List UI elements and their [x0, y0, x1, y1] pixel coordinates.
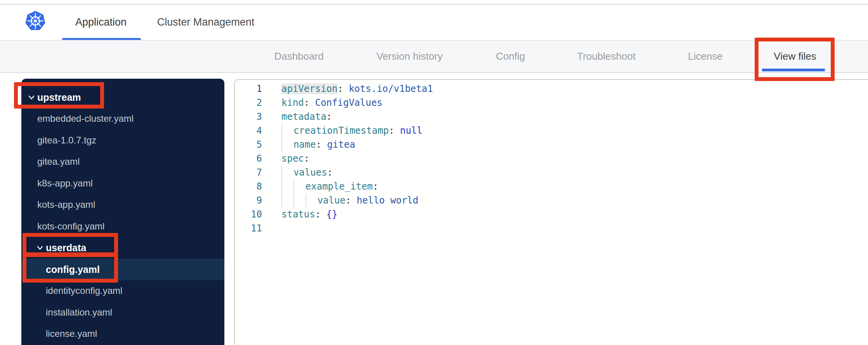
code-token: apiVersion — [281, 83, 338, 94]
tree-file-identityconfig-yaml[interactable]: identityconfig.yaml — [21, 280, 224, 302]
line-number: 3 — [235, 110, 262, 124]
code-line-text — [262, 221, 281, 235]
line-number: 10 — [235, 207, 262, 221]
indent-guide — [281, 138, 293, 152]
line-number: 9 — [235, 193, 262, 207]
tree-item-label: gitea-1.0.7.tgz — [37, 135, 96, 146]
code-token: example_item — [306, 181, 373, 192]
annotation-box-config-yaml — [23, 253, 118, 283]
code-token: {} — [326, 209, 338, 220]
code-line-text: spec: — [262, 152, 309, 166]
code-token: spec — [281, 153, 304, 164]
code-token: gitea — [327, 139, 355, 150]
code-token: status — [281, 209, 315, 220]
tree-item-label: license.yaml — [46, 328, 97, 339]
code-line[interactable]: 5name: gitea — [235, 138, 868, 152]
line-number: 6 — [235, 152, 262, 166]
code-line[interactable]: 3metadata: — [235, 110, 868, 124]
tree-file-k8s-app-yaml[interactable]: k8s-app.yaml — [21, 172, 224, 194]
code-token: : — [345, 195, 357, 206]
tree-file-installation-yaml[interactable]: installation.yaml — [21, 302, 224, 323]
code-line-text: apiVersion: kots.io/v1beta1 — [262, 82, 433, 96]
annotation-box-userdata — [23, 233, 118, 256]
indent-guide — [281, 193, 293, 207]
tree-item-label: k8s-app.yaml — [37, 178, 93, 189]
indent-guide — [281, 166, 293, 179]
code-token: : — [304, 153, 309, 164]
header-tab-cluster-management[interactable]: Cluster Management — [149, 5, 262, 40]
code-token: : — [373, 181, 378, 192]
annotation-box-view-files — [755, 38, 835, 81]
code-token: value — [318, 195, 345, 206]
code-line[interactable]: 10status: {} — [235, 207, 868, 221]
tab-dashboard[interactable]: Dashboard — [256, 41, 342, 72]
code-token: : — [316, 139, 327, 150]
tab-license[interactable]: License — [665, 41, 746, 72]
indent-guide — [281, 124, 293, 138]
code-line[interactable]: 8example_item: — [235, 179, 868, 193]
tab-config[interactable]: Config — [472, 41, 549, 72]
line-number: 5 — [235, 138, 262, 152]
code-line[interactable]: 4creationTimestamp: null — [235, 124, 868, 138]
code-token: creationTimestamp — [293, 125, 389, 136]
code-line[interactable]: 7values: — [235, 166, 868, 179]
indent-guide — [281, 179, 293, 193]
code-token: metadata — [281, 111, 326, 122]
annotation-box-upstream — [14, 82, 104, 109]
code-line-text: kind: ConfigValues — [262, 96, 382, 110]
tree-file-license-yaml[interactable]: license.yaml — [21, 323, 224, 345]
code-line-text: example_item: — [262, 179, 378, 193]
kots-admin-console: ApplicationCluster Management DashboardV… — [0, 0, 868, 345]
code-token: : — [389, 125, 400, 136]
line-number: 2 — [235, 96, 262, 110]
code-token: : — [338, 83, 349, 94]
code-line-text: values: — [262, 166, 333, 179]
file-editor[interactable]: 1apiVersion: kots.io/v1beta12kind: Confi… — [234, 79, 868, 345]
tab-troubleshoot[interactable]: Troubleshoot — [564, 41, 649, 72]
code-token: kots.io/v1beta1 — [349, 83, 433, 94]
tree-item-label: kots-config.yaml — [37, 221, 104, 232]
code-token: name — [293, 139, 316, 150]
code-line-text: value: hello world — [262, 193, 418, 207]
code-token: : — [315, 209, 326, 220]
code-line[interactable]: 2kind: ConfigValues — [235, 96, 868, 110]
code-line-text: creationTimestamp: null — [262, 124, 422, 138]
code-line[interactable]: 6spec: — [235, 152, 868, 166]
tab-version-history[interactable]: Version history — [363, 41, 456, 72]
code-token: values — [293, 167, 327, 178]
tree-file-gitea-1-0-7-tgz[interactable]: gitea-1.0.7.tgz — [21, 129, 224, 151]
indent-guide — [293, 179, 306, 193]
tree-file-gitea-yaml[interactable]: gitea.yaml — [21, 151, 224, 173]
indent-guide — [306, 193, 318, 207]
code-token: null — [400, 125, 422, 136]
header-tab-application[interactable]: Application — [58, 5, 144, 40]
code-line[interactable]: 9value: hello world — [235, 193, 868, 207]
code-token: hello world — [357, 195, 418, 206]
app-nav-bar: DashboardVersion historyConfigTroublesho… — [0, 41, 868, 73]
code-line[interactable]: 1apiVersion: kots.io/v1beta1 — [235, 82, 868, 96]
code-token: : — [304, 97, 315, 108]
code-line-text: metadata: — [262, 110, 332, 124]
line-number: 1 — [235, 82, 262, 96]
tree-file-embedded-cluster-yaml[interactable]: embedded-cluster.yaml — [21, 108, 224, 130]
code-line-text: status: {} — [262, 207, 338, 221]
line-number: 4 — [235, 124, 262, 138]
tree-item-label: installation.yaml — [46, 307, 112, 318]
tree-item-label: embedded-cluster.yaml — [37, 113, 134, 124]
line-number: 11 — [235, 221, 262, 235]
line-number: 8 — [235, 179, 262, 193]
tree-item-label: gitea.yaml — [37, 156, 80, 167]
file-tree-sidebar: upstreamembedded-cluster.yamlgitea-1.0.7… — [21, 79, 224, 345]
code-token: ConfigValues — [315, 97, 382, 108]
kubernetes-logo-icon — [25, 10, 46, 31]
indent-guide — [293, 193, 306, 207]
tree-item-label: identityconfig.yaml — [46, 285, 122, 296]
code-token: : — [327, 167, 333, 178]
line-number: 7 — [235, 166, 262, 179]
code-line-text: name: gitea — [262, 138, 355, 152]
tree-item-label: kots-app.yaml — [37, 199, 95, 210]
code-token: : — [326, 111, 332, 122]
tree-file-kots-app-yaml[interactable]: kots-app.yaml — [21, 194, 224, 216]
code-line[interactable]: 11 — [235, 221, 868, 235]
code-token: kind — [281, 97, 304, 108]
